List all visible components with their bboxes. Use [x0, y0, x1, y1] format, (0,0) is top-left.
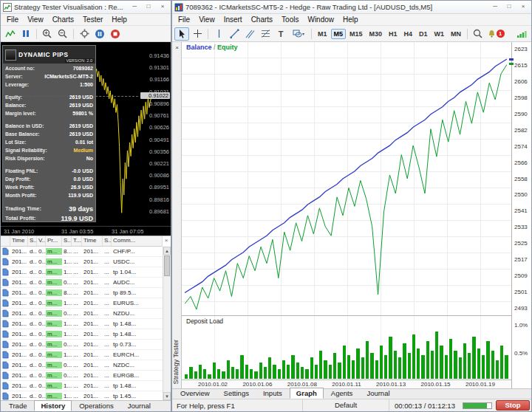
terminal-titlebar[interactable]: 7089362 - ICMarketsSC-MT5-2 - Hedge - Ra…	[172, 1, 531, 14]
tester-tab[interactable]: Graph	[290, 388, 324, 399]
panel-close-icon[interactable]: ×	[173, 44, 181, 52]
cursor-tool-button[interactable]	[174, 27, 189, 41]
timeframe-button[interactable]: D1	[416, 29, 431, 39]
zoom-in-button[interactable]	[40, 27, 55, 41]
history-row[interactable]: 201... d... 0... m... 1... ... 201... ..…	[1, 381, 163, 391]
zoom-out-button[interactable]	[55, 27, 70, 41]
ea-info-row: Base Balance: 2619 USD	[3, 130, 95, 138]
graph-area[interactable]: Balance / Equity Deposit Load 2010.01.02…	[182, 42, 511, 388]
notifications-button[interactable]: 1	[486, 27, 505, 41]
cell-state: ...	[103, 362, 112, 368]
column-header[interactable]: Pr...	[46, 236, 62, 246]
scroll-up-icon[interactable]: ▲	[163, 247, 171, 255]
settings-button[interactable]	[77, 27, 92, 41]
history-row[interactable]: 201... d... 0... m... 0... ... 201... ..…	[1, 340, 163, 350]
menu-item[interactable]: Tester	[78, 16, 107, 24]
history-row[interactable]: 201... d... 0... m... 1... ... 201... ..…	[1, 319, 163, 329]
stop-visualization-button[interactable]	[108, 27, 123, 41]
history-row[interactable]: 201... d... 0... m... 8... ... 201... ..…	[1, 288, 163, 298]
menu-item[interactable]: Insert	[219, 16, 247, 24]
text-tool-button[interactable]: T	[273, 27, 288, 41]
timeframe-button[interactable]: M1	[315, 29, 330, 39]
profile-indicator[interactable]: Default	[302, 399, 389, 411]
close-button[interactable]: ×	[157, 2, 168, 12]
left-tab[interactable]: Trade	[2, 400, 33, 411]
legend-separator: /	[214, 44, 216, 51]
timeframe-button[interactable]: W1	[432, 29, 448, 39]
column-header[interactable]: T...	[72, 236, 82, 246]
menu-item[interactable]: Help	[338, 16, 363, 24]
history-row[interactable]: 201... d... 0... m... 0... ... 201... ..…	[1, 360, 163, 371]
history-row[interactable]: 201... d... 0... m... 1... ... 201... ..…	[1, 391, 163, 400]
left-tab[interactable]: Journal	[121, 400, 157, 411]
cell-tp: ...	[72, 351, 82, 358]
crosshair-tool-button[interactable]	[190, 27, 205, 41]
tester-chart-area[interactable]: DYNAMIC PIPS VERSION: 2.0 Account no: 70…	[1, 42, 171, 236]
tester-tab[interactable]: Inputs	[256, 388, 289, 399]
strategy-tester-vertical-label[interactable]: Strategy Tester	[172, 340, 181, 384]
column-header[interactable]: S...	[62, 236, 72, 246]
tick-chart-button[interactable]	[3, 27, 18, 41]
maximize-button[interactable]: □	[503, 2, 515, 12]
menu-item[interactable]: Charts	[247, 16, 277, 24]
shapes-tool-button[interactable]: ▾	[289, 27, 308, 41]
history-row[interactable]: 201... d... 0... m... 1... ... 201... ..…	[1, 267, 163, 278]
left-tab[interactable]: Operations	[72, 400, 120, 411]
close-button[interactable]: ×	[517, 2, 529, 12]
tester-tab[interactable]: Agents	[324, 388, 360, 399]
tester-tab[interactable]: Journal	[360, 388, 396, 399]
column-header[interactable]: S...	[103, 236, 112, 246]
menu-item[interactable]: Window	[303, 16, 338, 24]
column-header[interactable]: V...	[37, 236, 46, 246]
table-scrollbar[interactable]: ▲ ▼	[163, 247, 171, 400]
pause-visualization-button[interactable]	[92, 27, 107, 41]
menu-item[interactable]: File	[174, 16, 194, 24]
history-row[interactable]: 201... d... 0... m... 0... ... 201... ..…	[1, 278, 163, 288]
menu-item[interactable]: Tools	[277, 16, 303, 24]
deposit-load-plot[interactable]: Deposit Load	[182, 316, 511, 380]
menu-item[interactable]: Help	[107, 16, 132, 24]
timeframe-button[interactable]: M15	[347, 29, 366, 39]
column-header[interactable]: S...	[28, 236, 37, 246]
visualizer-titlebar[interactable]: Strategy Tester Visualisation : Re... ─ …	[1, 1, 171, 14]
menu-item[interactable]: File	[2, 16, 23, 24]
history-row[interactable]: 201... d... 0... m... 0... ... 201... ..…	[1, 309, 163, 319]
history-row[interactable]: 201... d... 0... m... 8... ... 201... ..…	[1, 247, 163, 257]
timeframe-button[interactable]: H4	[401, 29, 416, 39]
cell-comment: tp 1.04...	[112, 269, 163, 275]
timeframe-button[interactable]: M30	[366, 29, 386, 39]
timeframe-button[interactable]: H1	[386, 29, 400, 39]
column-header[interactable]: Time	[10, 236, 28, 246]
history-row[interactable]: 201... d... 0... m... 1... ... 201... ..…	[1, 350, 163, 360]
trendline-tool-button[interactable]	[227, 27, 242, 41]
scroll-thumb[interactable]	[164, 255, 170, 276]
history-row[interactable]: 201... d... 0... m... 1... ... 201... ..…	[1, 257, 163, 267]
tester-tab[interactable]: Settings	[217, 388, 256, 399]
search-button[interactable]	[471, 27, 485, 41]
channel-tool-button[interactable]	[242, 27, 257, 41]
history-row[interactable]: 201... d... 0... m... 1... ... 201... ..…	[1, 298, 163, 309]
deposit-bar	[500, 346, 503, 379]
menu-item[interactable]: View	[23, 16, 48, 24]
minimize-button[interactable]: ─	[489, 2, 501, 12]
history-row[interactable]: 201... d... 0... m... 0... ... 201... ..…	[1, 371, 163, 381]
maximize-button[interactable]: □	[143, 2, 154, 12]
toolbox-close-icon[interactable]: ×	[163, 237, 170, 245]
column-header[interactable]: Time	[82, 236, 103, 246]
balance-equity-plot[interactable]: Balance / Equity	[182, 42, 511, 315]
left-tab[interactable]: History	[34, 400, 72, 411]
tester-tab[interactable]: Overview	[174, 388, 216, 399]
pause-button[interactable]	[18, 27, 33, 41]
timeframe-button[interactable]: MN	[448, 29, 464, 39]
fibonacci-tool-button[interactable]	[258, 27, 273, 41]
stop-button[interactable]: Stop	[496, 400, 530, 411]
history-row[interactable]: 201... d... 0... m... 1... ... 201... ..…	[1, 329, 163, 340]
menu-item[interactable]: Charts	[48, 16, 78, 24]
scroll-down-icon[interactable]: ▼	[163, 392, 171, 400]
vertical-line-tool-button[interactable]	[211, 27, 226, 41]
column-header[interactable]: Comm...	[112, 236, 163, 246]
timeframe-button[interactable]: M5	[331, 29, 347, 39]
menu-item[interactable]: View	[194, 16, 219, 24]
cell-volume: 0...	[37, 300, 46, 306]
minimize-button[interactable]: ─	[129, 2, 140, 12]
